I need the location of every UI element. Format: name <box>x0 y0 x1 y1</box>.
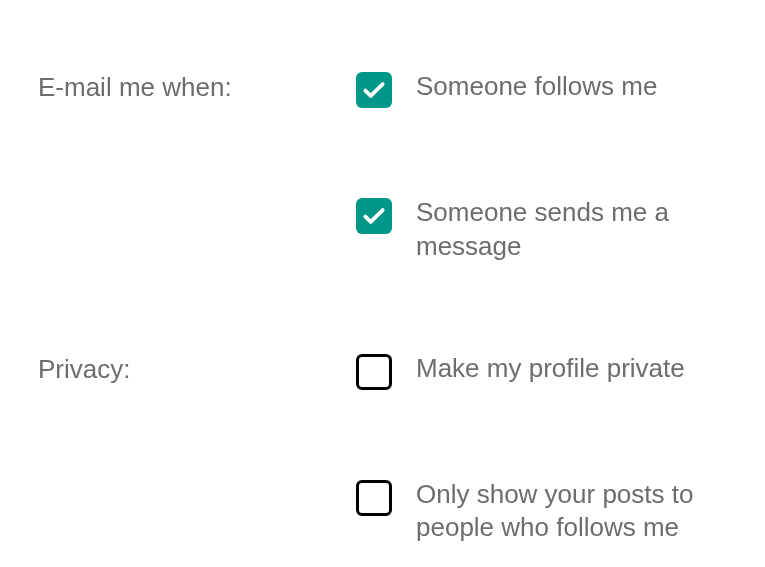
settings-container: E-mail me when: Someone follows me Someo… <box>38 40 727 567</box>
privacy-options: Make my profile private Only show your p… <box>356 322 727 567</box>
checkbox-someone-follows[interactable] <box>356 72 392 108</box>
email-section-label: E-mail me when: <box>38 40 356 103</box>
check-icon <box>361 203 387 229</box>
checkbox-show-followers[interactable] <box>356 480 392 516</box>
option-label-profile-private: Make my profile private <box>416 352 685 386</box>
option-label-someone-messages: Someone sends me a message <box>416 196 726 264</box>
option-label-someone-follows: Someone follows me <box>416 70 657 104</box>
option-label-show-followers: Only show your posts to people who follo… <box>416 478 726 546</box>
email-section: E-mail me when: Someone follows me Someo… <box>38 40 727 294</box>
option-show-followers: Only show your posts to people who follo… <box>356 420 727 567</box>
email-options: Someone follows me Someone sends me a me… <box>356 40 727 294</box>
option-someone-follows: Someone follows me <box>356 40 727 138</box>
checkbox-profile-private[interactable] <box>356 354 392 390</box>
checkbox-someone-messages[interactable] <box>356 198 392 234</box>
option-profile-private: Make my profile private <box>356 322 727 420</box>
check-icon <box>361 77 387 103</box>
privacy-section: Privacy: Make my profile private Only sh… <box>38 322 727 567</box>
privacy-section-label: Privacy: <box>38 322 356 385</box>
option-someone-messages: Someone sends me a message <box>356 138 727 294</box>
